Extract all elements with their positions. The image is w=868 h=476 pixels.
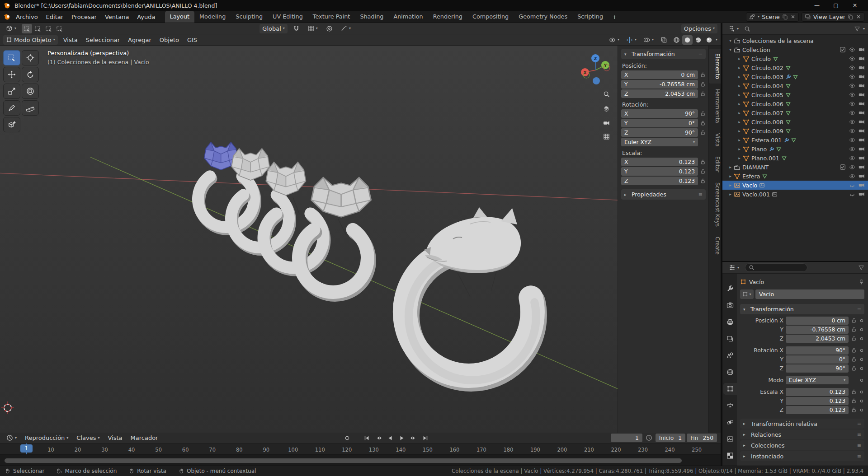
- properties-search-input[interactable]: [745, 263, 807, 272]
- view-layer-selector[interactable]: View Layer: [802, 12, 864, 22]
- lock-icon[interactable]: [851, 407, 857, 413]
- panel-colecciones[interactable]: ▸Colecciones≡: [740, 440, 864, 450]
- eye-icon[interactable]: [849, 65, 855, 71]
- sidebar-rotation-mode-dropdown[interactable]: Euler XYZ▾: [621, 138, 698, 146]
- tool-scale[interactable]: [3, 84, 20, 99]
- outliner-item-circulo[interactable]: ▸Círculo: [722, 54, 868, 63]
- outliner-item-circulo-006[interactable]: ▸Círculo.006: [722, 99, 868, 108]
- shading-rendered-button[interactable]: [704, 35, 714, 45]
- eye-icon[interactable]: [849, 155, 855, 161]
- search-icon[interactable]: [744, 26, 750, 32]
- timeline-editor-type-button[interactable]: ▾: [4, 433, 19, 443]
- show-gizmo-dropdown[interactable]: ▾: [623, 35, 639, 45]
- tool-transform[interactable]: [22, 84, 39, 99]
- prop-z-field[interactable]: 0.123: [786, 406, 849, 414]
- workspace-tab-scripting[interactable]: Scripting: [572, 11, 608, 23]
- eye-icon[interactable]: [849, 83, 855, 89]
- frame-start-field[interactable]: Inicio 1: [656, 434, 685, 442]
- filter-icon[interactable]: [858, 265, 864, 271]
- animate-decorator-icon[interactable]: [859, 398, 864, 404]
- panel-grip-icon[interactable]: ≡: [857, 421, 861, 427]
- prop-posicion-x-field[interactable]: 0 cm: [786, 317, 849, 325]
- ortho-toggle-button[interactable]: [601, 131, 611, 141]
- workspace-tab-animation[interactable]: Animation: [388, 11, 428, 23]
- select-mode-subtract-button[interactable]: [43, 24, 54, 33]
- workspace-tab-modeling[interactable]: Modeling: [194, 11, 231, 23]
- mode-selector-dropdown[interactable]: Modo Objeto ▾: [3, 35, 58, 45]
- panel-grip-icon[interactable]: ≡: [857, 306, 861, 312]
- sidebar-tab-vista[interactable]: Vista: [709, 129, 721, 151]
- viewport-scene[interactable]: [0, 46, 721, 433]
- camera-icon[interactable]: [859, 56, 865, 62]
- outliner-item-vacio-001[interactable]: ▸Vacío.001: [722, 190, 868, 199]
- proportional-falloff-dropdown[interactable]: ▾: [338, 24, 354, 33]
- timeline-menu-reproduccion[interactable]: Reproducción▾: [21, 433, 72, 443]
- maximize-button[interactable]: ▢: [826, 0, 845, 11]
- camera-view-button[interactable]: [601, 118, 611, 128]
- outliner-root[interactable]: ▾Colecciones de la escena: [722, 36, 868, 45]
- pin-icon[interactable]: [859, 279, 864, 285]
- zoom-button[interactable]: [601, 89, 611, 99]
- sidebar-tab-screencast-keys[interactable]: Screencast Keys: [709, 178, 721, 231]
- viewport-menu-gis[interactable]: GIS: [183, 35, 201, 45]
- lock-icon[interactable]: [700, 91, 706, 97]
- lock-icon[interactable]: [700, 120, 706, 126]
- lock-icon[interactable]: [700, 72, 706, 78]
- properties-panel-header[interactable]: ▸ Propiedades ≡: [621, 189, 706, 200]
- sidebar-tab-herramienta[interactable]: Herramienta: [709, 84, 721, 128]
- pan-button[interactable]: [601, 103, 611, 113]
- viewport-menu-vista[interactable]: Vista: [59, 35, 82, 45]
- properties-tab-tool[interactable]: [723, 283, 737, 294]
- eye-icon[interactable]: [849, 137, 855, 143]
- snap-toggle-button[interactable]: [290, 24, 302, 33]
- prop-y-field[interactable]: 0.123: [786, 397, 849, 405]
- menu-editar[interactable]: Editar: [42, 12, 68, 22]
- camera-icon[interactable]: [859, 155, 865, 161]
- select-mode-new-button[interactable]: [22, 24, 32, 33]
- properties-tab-constraints[interactable]: [723, 400, 737, 411]
- current-frame-field[interactable]: 1: [611, 434, 642, 442]
- camera-icon[interactable]: [859, 74, 865, 80]
- lock-icon[interactable]: [700, 81, 706, 87]
- playback-range-icon[interactable]: [646, 434, 652, 441]
- eye-icon[interactable]: [849, 47, 855, 53]
- properties-tab-scene[interactable]: [723, 350, 737, 361]
- lock-icon[interactable]: [700, 168, 706, 174]
- prop-z-field[interactable]: 2.0453 cm: [786, 335, 849, 343]
- outliner-item-circulo-002[interactable]: ▸Círculo.002: [722, 63, 868, 72]
- camera-icon[interactable]: [859, 137, 865, 143]
- gizmo-neg-z-axis[interactable]: [593, 77, 600, 84]
- eye-icon[interactable]: [849, 128, 855, 134]
- sidebar-position-z-field[interactable]: Z2.0453 cm: [621, 89, 698, 98]
- sidebar-scale-y-field[interactable]: Y0.123: [621, 167, 698, 176]
- workspace-tab-compositing[interactable]: Compositing: [467, 11, 514, 23]
- object-id-dropdown[interactable]: ▾: [740, 289, 754, 299]
- camera-icon[interactable]: [859, 83, 865, 89]
- properties-tab-render[interactable]: [723, 299, 737, 311]
- outliner-item-plano[interactable]: ▸Plano: [722, 145, 868, 154]
- editor-type-button[interactable]: ▾: [3, 24, 19, 33]
- panel-grip-icon[interactable]: ≡: [857, 443, 861, 448]
- sidebar-position-y-field[interactable]: Y-0.76558 cm: [621, 80, 698, 89]
- viewport-3d[interactable]: X Y Z Personalizada (perspectiva) (1) Co…: [0, 46, 721, 433]
- auto-key-button[interactable]: [342, 434, 353, 443]
- outliner-item-diamant[interactable]: ▸DIAMANT: [722, 163, 868, 172]
- camera-icon[interactable]: [859, 119, 865, 125]
- add-workspace-button[interactable]: +: [608, 12, 621, 22]
- camera-icon[interactable]: [859, 47, 865, 53]
- animate-decorator-icon[interactable]: [859, 366, 864, 371]
- workspace-tab-sculpting[interactable]: Sculpting: [231, 11, 268, 23]
- properties-tab-object[interactable]: [723, 383, 737, 395]
- camera-icon[interactable]: [859, 92, 865, 98]
- collection-checkbox[interactable]: [840, 47, 846, 53]
- eye-icon[interactable]: [849, 146, 855, 152]
- prop-z-field[interactable]: 90°: [786, 364, 849, 373]
- lock-icon[interactable]: [851, 327, 857, 332]
- new-view-layer-icon[interactable]: [848, 14, 854, 20]
- lock-icon[interactable]: [851, 365, 857, 371]
- outliner-editor-type-button[interactable]: ▾: [726, 24, 741, 33]
- play-reverse-button[interactable]: [385, 434, 396, 443]
- show-overlays-dropdown[interactable]: ▾: [641, 35, 656, 45]
- sidebar-tab-create[interactable]: Create: [709, 232, 721, 259]
- eye-icon[interactable]: [849, 164, 855, 170]
